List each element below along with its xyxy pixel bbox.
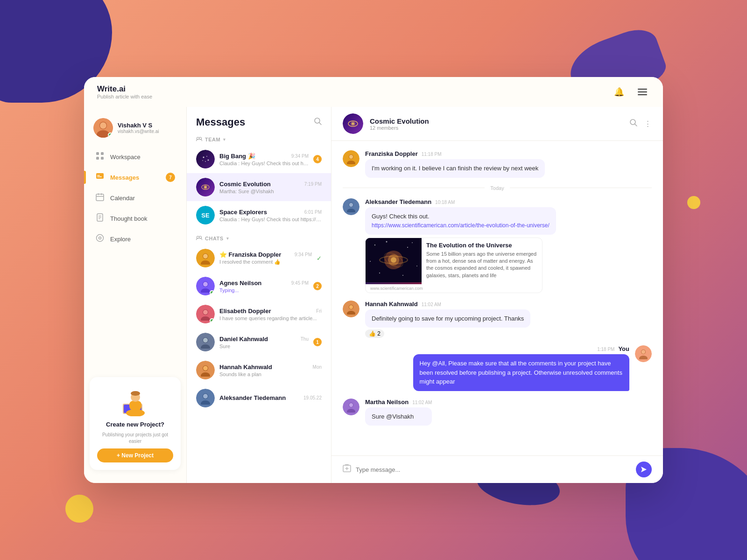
- messages-badge: 7: [166, 173, 175, 182]
- svg-point-97: [347, 409, 355, 413]
- sidebar-item-thoughtbook[interactable]: Thought book: [90, 209, 181, 228]
- list-item[interactable]: Aleksander Tiedemann 19.05.22: [187, 384, 331, 412]
- svg-point-98: [349, 403, 353, 406]
- list-item[interactable]: Cosmic Evolution 7:19 PM Martha: Sure @V…: [187, 173, 331, 201]
- svg-rect-20: [99, 217, 101, 217]
- team-icon: [196, 137, 202, 142]
- thoughtbook-icon: [95, 213, 105, 224]
- notification-icon[interactable]: 🔔: [612, 84, 627, 99]
- user-avatar: [93, 118, 113, 138]
- calendar-icon: [95, 193, 105, 203]
- new-project-button[interactable]: + New Project: [97, 448, 173, 462]
- space-content: Space Explorers 6:01 PM Claudia : Hey Gu…: [219, 209, 322, 222]
- franziska-preview: I resolved the comment 👍: [219, 259, 312, 265]
- chat-message-aleksander: Aleksander Tiedemann 10:18 AM Guys! Chec…: [343, 198, 652, 293]
- online-indicator: [108, 133, 113, 137]
- chat-msg-body: Aleksander Tiedemann 10:18 AM Guys! Chec…: [365, 198, 556, 293]
- svg-point-87: [402, 275, 403, 276]
- svg-point-49: [203, 254, 208, 259]
- list-item[interactable]: Elisabeth Doppler Fri I have some querie…: [187, 300, 331, 328]
- chat-msg-sender: Franziska Doppler: [365, 150, 418, 157]
- article-preview-card[interactable]: The Evolution of the Universe Some 15 bi…: [365, 238, 543, 293]
- bg-circle-yellow: [65, 495, 93, 523]
- workspace-label: Workspace: [110, 154, 141, 161]
- aleksander-time: 19.05.22: [303, 395, 322, 400]
- svg-point-29: [131, 391, 140, 396]
- chat-panel: Cosmic Evolution 12 members ⋮: [331, 107, 663, 483]
- list-item[interactable]: ⭐ Franziska Doppler 9:34 PM I resolved t…: [187, 244, 331, 272]
- messages-search-icon[interactable]: [314, 118, 322, 127]
- article-source: www.scientificamerican.com: [366, 284, 542, 293]
- sidebar-item-calendar[interactable]: Calendar: [90, 188, 181, 208]
- date-divider: Today: [343, 185, 652, 191]
- svg-rect-7: [96, 152, 99, 155]
- chat-message-hannah: Hannah Kahnwald 11:02 AM Definitely goin…: [343, 301, 652, 338]
- thoughtbook-label: Thought book: [110, 215, 148, 222]
- bigbang-name: Big Bang 🎉: [219, 153, 255, 160]
- messages-label: Messages: [110, 174, 139, 181]
- list-item[interactable]: Daniel Kahnwald Thu Sure 1: [187, 328, 331, 356]
- chat-more-icon[interactable]: ⋮: [644, 119, 652, 129]
- svg-rect-11: [96, 173, 104, 179]
- daniel-badge: 1: [313, 338, 322, 346]
- franziska-content: ⭐ Franziska Doppler 9:34 PM I resolved t…: [219, 251, 312, 265]
- svg-point-52: [203, 282, 208, 287]
- menu-icon[interactable]: [635, 84, 650, 99]
- article-link[interactable]: https://www.scientificamerican.com/artic…: [372, 222, 550, 229]
- create-project-desc: Publishing your projects just got easier: [97, 432, 173, 445]
- svg-rect-0: [638, 89, 647, 90]
- svg-point-36: [200, 154, 211, 165]
- bigbang-badge: 4: [313, 155, 322, 163]
- attach-icon[interactable]: [343, 464, 351, 476]
- daniel-preview: Sure: [219, 343, 309, 349]
- message-input[interactable]: [356, 466, 631, 473]
- svg-rect-100: [345, 464, 349, 465]
- chat-bubble-mine: Hey @All, Please make sure that all the …: [413, 354, 629, 391]
- chat-msg-time: 1:18 PM: [597, 347, 614, 352]
- svg-point-94: [639, 356, 648, 359]
- chat-reaction: 👍 2: [365, 329, 384, 338]
- svg-point-74: [347, 209, 355, 212]
- article-text: The Evolution of the Universe Some 15 bi…: [422, 238, 542, 284]
- svg-point-85: [416, 266, 417, 266]
- messages-icon: [95, 172, 105, 182]
- chat-message-franziska: Franziska Doppler 11:18 PM I'm working o…: [343, 150, 652, 178]
- workspace-icon: [95, 152, 105, 162]
- aleksander-name: Aleksander Tiedemann: [219, 394, 286, 401]
- chat-avatar-mine: [635, 345, 652, 362]
- chats-section-label: CHATS ▾: [187, 233, 331, 244]
- daniel-time: Thu: [301, 336, 309, 342]
- svg-point-84: [370, 261, 371, 262]
- chat-messages: Franziska Doppler 11:18 PM I'm working o…: [331, 141, 663, 455]
- space-preview: Claudia : Hey Guys! Check this out https…: [219, 217, 322, 222]
- bigbang-preview: Claudia : Hey Guys! Check this out https…: [219, 161, 309, 166]
- svg-point-34: [197, 137, 199, 140]
- create-project-card: Create new Project? Publishing your proj…: [90, 377, 181, 470]
- svg-rect-10: [101, 157, 104, 160]
- list-item[interactable]: SE Space Explorers 6:01 PM Claudia : Hey…: [187, 201, 331, 229]
- list-item[interactable]: Hannah Kahnwald Mon Sounds like a plan: [187, 356, 331, 384]
- svg-point-39: [208, 160, 209, 161]
- list-item[interactable]: Agnes Neilson 9:45 PM Typing... 2: [187, 272, 331, 300]
- cosmic-avatar: [196, 178, 215, 196]
- brand-tagline: Publish article with ease: [97, 94, 152, 99]
- send-button[interactable]: [636, 462, 652, 477]
- sidebar-item-messages[interactable]: Messages 7: [90, 168, 181, 187]
- sidebar-item-explore[interactable]: Explore: [90, 229, 181, 249]
- chat-bubble: Sure @Vishakh: [365, 407, 432, 426]
- agnes-content: Agnes Neilson 9:45 PM Typing...: [219, 280, 309, 293]
- list-item[interactable]: Big Bang 🎉 9:34 PM Claudia : Hey Guys! C…: [187, 145, 331, 173]
- chat-search-icon[interactable]: [630, 119, 637, 129]
- user-email: vishakh.vs@write.ai: [118, 129, 159, 134]
- sidebar-item-workspace[interactable]: Workspace: [90, 147, 181, 167]
- svg-point-51: [201, 288, 210, 293]
- chat-avatar: [343, 399, 359, 415]
- svg-point-67: [352, 123, 354, 125]
- article-desc: Some 15 billion years ago the universe e…: [426, 251, 537, 280]
- explore-icon: [95, 234, 105, 244]
- svg-line-69: [635, 124, 637, 126]
- chat-avatar: [343, 150, 359, 167]
- svg-rect-27: [129, 401, 141, 410]
- svg-rect-14: [96, 194, 104, 201]
- space-time: 6:01 PM: [304, 210, 322, 215]
